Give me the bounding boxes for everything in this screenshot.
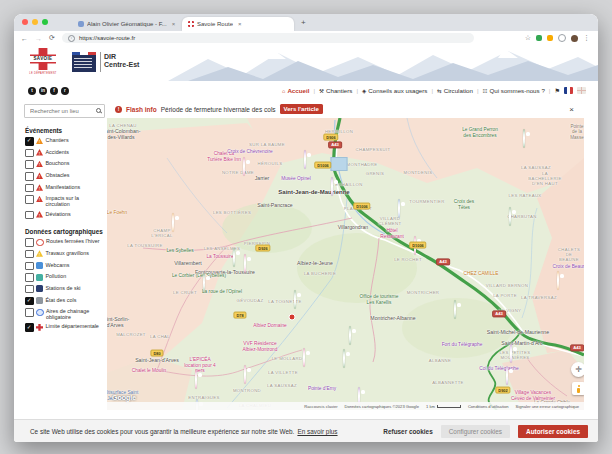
search-icon[interactable] xyxy=(96,108,101,114)
savoie-logo-title: SAVOIE xyxy=(28,56,58,62)
nav-item-conseils-aux-usagers[interactable]: ◈Conseils aux usagers xyxy=(362,87,427,94)
close-banner-icon[interactable]: × xyxy=(569,105,574,114)
checkbox[interactable] xyxy=(25,160,34,169)
checkbox[interactable] xyxy=(25,149,34,158)
search-input[interactable] xyxy=(28,107,96,115)
sidebar-item-routes-fermées-l-hiver[interactable]: Routes fermées l'hiver xyxy=(25,238,107,247)
close-window-button[interactable] xyxy=(22,19,28,25)
checkbox[interactable] xyxy=(25,211,34,220)
sidebar-item-travaux-gravillons[interactable]: Travaux gravillons xyxy=(25,250,107,259)
sidebar-item-bouchons[interactable]: Bouchons xyxy=(25,160,107,169)
map-poi-marker-purple xyxy=(331,177,333,196)
minimize-window-button[interactable] xyxy=(32,19,38,25)
sidebar-item-label: Travaux gravillons xyxy=(46,250,90,256)
savoie-logo[interactable]: SAVOIE LE DÉPARTEMENT xyxy=(28,48,58,78)
nav-item-qui-sommes-nous[interactable]: ☷Qui sommes-nous ? xyxy=(483,87,545,94)
nav-item-label: Conseils aux usagers xyxy=(368,87,427,94)
sidebar-item-label: Accidents xyxy=(46,149,69,155)
page-body: ÉvénementsChantiersAccidentsBouchonsObst… xyxy=(14,100,598,410)
forward-icon[interactable]: → xyxy=(35,35,42,42)
sidebar-item-limite-départementale[interactable]: Limite départementale xyxy=(25,323,107,332)
map-scale: 1 km xyxy=(426,404,461,409)
checkbox[interactable] xyxy=(25,184,34,193)
info-icon: ! xyxy=(115,106,122,113)
sq-gray-icon xyxy=(36,297,43,304)
sidebar-item-aires-de-chainage-obligatoire[interactable]: Aires de chainage obligatoire xyxy=(25,308,107,320)
sidebar-item-état-des-cols[interactable]: État des cols xyxy=(25,297,107,306)
nav-item-chantiers[interactable]: ⚒Chantiers xyxy=(319,87,352,94)
map-poi-marker-green xyxy=(203,273,205,292)
sidebar-item-chantiers[interactable]: Chantiers xyxy=(25,137,107,146)
nav-item-circulation[interactable]: ⇆Circulation xyxy=(437,87,473,94)
extension-icon[interactable] xyxy=(536,35,542,41)
sidebar-item-accidents[interactable]: Accidents xyxy=(25,149,107,158)
checkbox[interactable] xyxy=(25,137,34,146)
attr-item[interactable]: Conditions d'utilisation xyxy=(468,404,509,409)
sidebar-item-webcams[interactable]: Webcams xyxy=(25,262,107,271)
configure-cookies-button[interactable]: Configurer cookies xyxy=(441,425,510,438)
about-icon: ☷ xyxy=(483,88,488,94)
tri-yellow-icon xyxy=(36,250,43,257)
checkbox[interactable] xyxy=(25,273,34,282)
checkbox[interactable] xyxy=(25,308,34,317)
nav-item-accueil[interactable]: ⌂Accueil xyxy=(282,87,309,94)
browser-tab-1[interactable]: Alain Olivier Géomatique - F... × xyxy=(72,17,189,31)
browser-tab-2[interactable]: Savoie Route × xyxy=(182,17,294,31)
checkbox[interactable] xyxy=(25,238,34,247)
flash-article-button[interactable]: Vers l'article xyxy=(280,104,323,114)
checkbox[interactable] xyxy=(25,285,34,294)
profile-avatar[interactable] xyxy=(571,35,578,42)
main-menu: ⌂Accueil|⚒Chantiers|◈Conseils aux usager… xyxy=(282,87,598,94)
linkedin-icon[interactable]: in xyxy=(39,87,47,95)
sidebar-item-stations-de-ski[interactable]: Stations de ski xyxy=(25,285,107,294)
site-info-icon[interactable]: i xyxy=(68,35,75,42)
sidebar-item-label: Pollution xyxy=(46,273,67,279)
home-icon: ⌂ xyxy=(282,88,285,94)
sidebar-item-déviations[interactable]: Déviations xyxy=(25,211,107,220)
sidebar-item-obstacles[interactable]: Obstacles xyxy=(25,172,107,181)
maximize-window-button[interactable] xyxy=(42,19,48,25)
reload-icon[interactable]: ⟳ xyxy=(49,34,55,42)
sidebar-item-manifestations[interactable]: Manifestations xyxy=(25,184,107,193)
french-flag-icon[interactable] xyxy=(564,87,573,94)
twitter-icon[interactable]: t xyxy=(28,87,36,95)
recenter-button[interactable]: ✛ xyxy=(571,362,584,377)
extension-icon[interactable] xyxy=(558,34,566,42)
english-flag-icon[interactable] xyxy=(577,87,586,94)
attr-item[interactable]: Raccourcis clavier xyxy=(304,404,337,409)
checkbox[interactable] xyxy=(25,172,34,181)
sq-teal-icon xyxy=(36,274,43,281)
pegman-button[interactable] xyxy=(572,382,584,395)
extension-icon[interactable] xyxy=(547,35,553,41)
sidebar-item-label: Bouchons xyxy=(46,160,70,166)
map-canvas[interactable]: LA CHENAUSaint-Colomban-des-VillardsSUR … xyxy=(107,118,584,410)
accept-cookies-button[interactable]: Autoriser cookies xyxy=(518,425,588,438)
checkbox[interactable] xyxy=(25,250,34,259)
tab-close-icon[interactable]: × xyxy=(238,21,242,27)
cookie-learn-more-link[interactable]: En savoir plus xyxy=(297,428,337,435)
checkbox[interactable] xyxy=(25,262,34,271)
map-poi-marker-purple xyxy=(510,344,512,363)
new-tab-button[interactable]: + xyxy=(301,18,306,27)
refuse-cookies-button[interactable]: Refuser cookies xyxy=(383,428,432,435)
window-controls[interactable] xyxy=(22,19,48,25)
tab-close-icon[interactable]: × xyxy=(172,21,176,27)
bookmark-star-icon[interactable]: ☆ xyxy=(525,34,531,42)
facebook-icon[interactable]: f xyxy=(50,87,58,95)
back-icon[interactable]: ← xyxy=(21,35,28,42)
checkbox[interactable] xyxy=(25,195,34,204)
alert-flag-icon[interactable]: ⚑ xyxy=(554,87,560,94)
checkbox[interactable] xyxy=(25,297,34,306)
checkbox[interactable] xyxy=(25,323,34,332)
flash-info-banner: ! Flash info Période de fermeture hivern… xyxy=(107,100,584,119)
rss-icon[interactable]: r xyxy=(61,87,69,95)
road-shield: D1006 xyxy=(353,203,370,210)
road-shield: D78 xyxy=(233,312,246,319)
address-bar[interactable]: i https://savoie-route.fr xyxy=(62,33,474,43)
search-box[interactable] xyxy=(24,104,105,118)
attr-item[interactable]: Signaler une erreur cartographique xyxy=(516,404,580,409)
sidebar-item-pollution[interactable]: Pollution xyxy=(25,273,107,282)
sidebar-item-impacts-sur-la-circulation[interactable]: Impacts sur la circulation xyxy=(25,195,107,207)
cookie-text: Ce site Web utilise des cookies pour vou… xyxy=(30,428,294,435)
browser-menu-icon[interactable]: ⋮ xyxy=(583,34,590,42)
